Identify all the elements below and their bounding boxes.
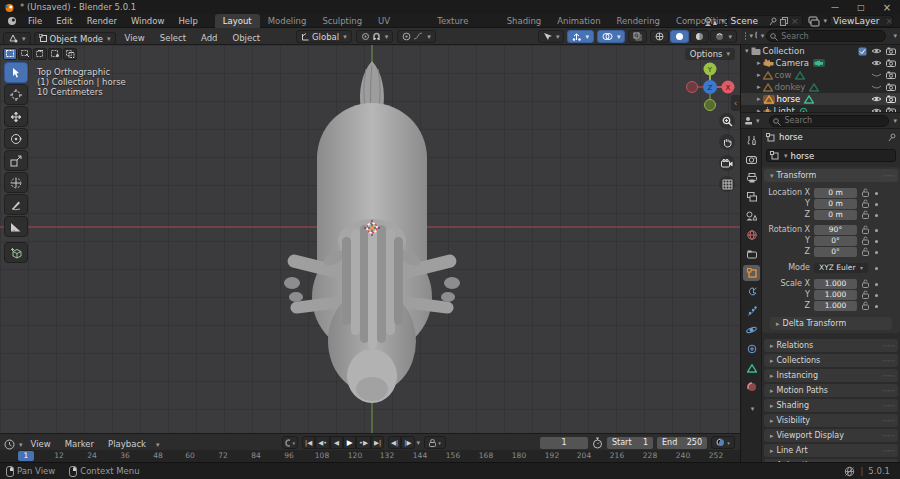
object-name-field[interactable]: ▾ horse xyxy=(766,149,896,162)
outliner-filter-id-icon[interactable] xyxy=(755,31,757,41)
panel-visibility[interactable]: ▸Visibility⋯⋯ xyxy=(764,414,898,427)
tab-collection-props[interactable] xyxy=(743,246,760,262)
exclude-checkbox[interactable] xyxy=(858,47,867,56)
animate-dot[interactable] xyxy=(875,251,878,254)
drag-dots-icon[interactable]: ⋯⋯ xyxy=(882,342,894,350)
timeline-ruler[interactable]: 1 12 24 36 48 60 72 84 96 108 120 132 14… xyxy=(0,450,741,462)
maximize-button[interactable]: □ xyxy=(848,0,874,14)
animate-dot[interactable] xyxy=(875,192,878,195)
show-object-types-dropdown[interactable]: ▾ xyxy=(538,30,565,43)
panel-line-art[interactable]: ▸Line Art⋯⋯ xyxy=(764,444,898,457)
camera-data-icon[interactable] xyxy=(813,59,825,67)
tab-texture-paint[interactable]: Texture Paint xyxy=(429,14,498,28)
tool-select-box[interactable] xyxy=(4,62,28,83)
drag-dots-icon[interactable]: ⋯⋯ xyxy=(882,357,894,365)
pan-button[interactable] xyxy=(719,134,735,150)
tab-physics[interactable] xyxy=(743,322,760,338)
viewport-3d[interactable]: Top Orthographic (1) Collection | horse … xyxy=(0,45,741,433)
outliner-row-light[interactable]: ▸ Light xyxy=(741,105,900,112)
shading-material-button[interactable] xyxy=(690,30,709,43)
network-offline-icon[interactable] xyxy=(844,466,855,477)
stopwatch-icon[interactable] xyxy=(592,437,603,449)
select-mode-intersect-button[interactable] xyxy=(63,48,77,60)
lock-icon[interactable] xyxy=(862,301,869,310)
tab-object-data[interactable] xyxy=(743,360,760,376)
tool-measure[interactable] xyxy=(4,216,28,237)
auto-key-button[interactable]: ▾ xyxy=(282,436,298,449)
menu-help[interactable]: Help xyxy=(171,14,204,28)
lock-icon[interactable] xyxy=(862,210,869,219)
jump-to-end-button[interactable]: ▶| xyxy=(371,436,384,449)
panel-instancing[interactable]: ▸Instancing⋯⋯ xyxy=(764,369,898,382)
hidden-eye-icon[interactable] xyxy=(871,71,882,79)
lock-icon[interactable] xyxy=(862,188,869,197)
properties-tabs-overflow[interactable]: ▾ xyxy=(743,401,760,417)
tab-rendering[interactable]: Rendering xyxy=(609,14,668,28)
pin-icon[interactable] xyxy=(769,17,777,26)
chevron-right-icon[interactable]: ▸ xyxy=(757,95,761,103)
mesh-data-icon[interactable] xyxy=(809,83,819,92)
location-y-field[interactable]: 0 m xyxy=(814,199,857,209)
scale-x-field[interactable]: 1.000 xyxy=(814,279,857,289)
select-mode-subtract-button[interactable] xyxy=(33,48,47,60)
rotation-y-field[interactable]: 0° xyxy=(814,236,857,246)
viewlayer-icon[interactable] xyxy=(808,16,820,27)
render-visibility-icon[interactable] xyxy=(886,47,896,55)
start-frame-field[interactable]: Start1 xyxy=(607,437,653,449)
tab-particles[interactable] xyxy=(743,303,760,319)
scene-name-field[interactable]: Scene × xyxy=(727,15,803,27)
menu-file[interactable]: File xyxy=(21,14,49,28)
tab-view-layer[interactable] xyxy=(743,189,760,205)
viewlayer-chevron-icon[interactable]: ▾ xyxy=(824,17,828,25)
animate-dot[interactable] xyxy=(875,294,878,297)
panel-viewport-display[interactable]: ▸Viewport Display⋯⋯ xyxy=(764,429,898,442)
new-scene-icon[interactable] xyxy=(780,17,788,26)
animate-dot[interactable] xyxy=(875,203,878,206)
perspective-toggle-button[interactable] xyxy=(719,176,735,192)
chevron-right-icon[interactable]: ▸ xyxy=(757,83,761,91)
drag-dots-icon[interactable]: ⋯⋯ xyxy=(882,372,894,380)
menu-edit[interactable]: Edit xyxy=(49,14,79,28)
tab-layout[interactable]: Layout xyxy=(215,14,260,28)
playhead[interactable]: 1 xyxy=(18,451,34,461)
render-visibility-icon[interactable] xyxy=(886,83,896,91)
end-frame-field[interactable]: End250 xyxy=(657,437,707,449)
outliner-row-collection[interactable]: ▾ Collection xyxy=(741,45,900,57)
hide-eye-icon[interactable] xyxy=(871,59,882,67)
tab-material[interactable] xyxy=(743,379,760,395)
tab-constraints[interactable] xyxy=(743,341,760,357)
shading-rendered-button[interactable]: ▾ xyxy=(710,30,737,43)
outliner-row-donkey[interactable]: ▸ donkey xyxy=(741,81,900,93)
tool-annotate[interactable] xyxy=(4,194,28,215)
tab-object[interactable] xyxy=(743,265,760,281)
render-visibility-icon[interactable] xyxy=(886,59,896,67)
sidebar-toggle[interactable]: ‹ xyxy=(731,95,740,111)
tab-uv-editing[interactable]: UV Editing xyxy=(370,14,429,28)
tool-cursor[interactable] xyxy=(4,84,28,105)
outliner-row-cow[interactable]: ▸ cow xyxy=(741,69,900,81)
tab-shading[interactable]: Shading xyxy=(499,14,550,28)
gizmos-toggle[interactable]: ▾ xyxy=(567,30,594,43)
proportional-edit-button[interactable]: ▾ xyxy=(397,30,436,43)
drag-dots-icon[interactable]: ⋯⋯ xyxy=(882,432,894,440)
tab-animation[interactable]: Animation xyxy=(549,14,608,28)
select-mode-invert-button[interactable] xyxy=(48,48,62,60)
mesh-data-icon[interactable] xyxy=(804,95,814,104)
jump-to-start-button[interactable]: |◀ xyxy=(302,436,315,449)
properties-search-input[interactable] xyxy=(769,115,889,127)
animate-dot[interactable] xyxy=(875,305,878,308)
tab-modeling[interactable]: Modeling xyxy=(260,14,315,28)
location-x-field[interactable]: 0 m xyxy=(814,188,857,198)
outliner-search-input[interactable] xyxy=(766,30,886,42)
play-reverse-button[interactable]: ◀ xyxy=(330,436,343,449)
timeline-view-options-button[interactable]: ▾ xyxy=(711,436,735,449)
chevron-down-icon[interactable]: ▾ xyxy=(893,117,897,125)
drag-dots-icon[interactable]: ⋯⋯ xyxy=(882,402,894,410)
animate-dot[interactable] xyxy=(875,240,878,243)
close-button[interactable]: × xyxy=(874,0,900,14)
viewlayer-name-field[interactable]: ViewLayer × xyxy=(829,15,893,27)
tab-render[interactable] xyxy=(743,151,760,167)
play-button[interactable]: ▶ xyxy=(343,436,356,449)
scene-icon[interactable] xyxy=(704,16,717,27)
tab-world[interactable] xyxy=(743,227,760,243)
